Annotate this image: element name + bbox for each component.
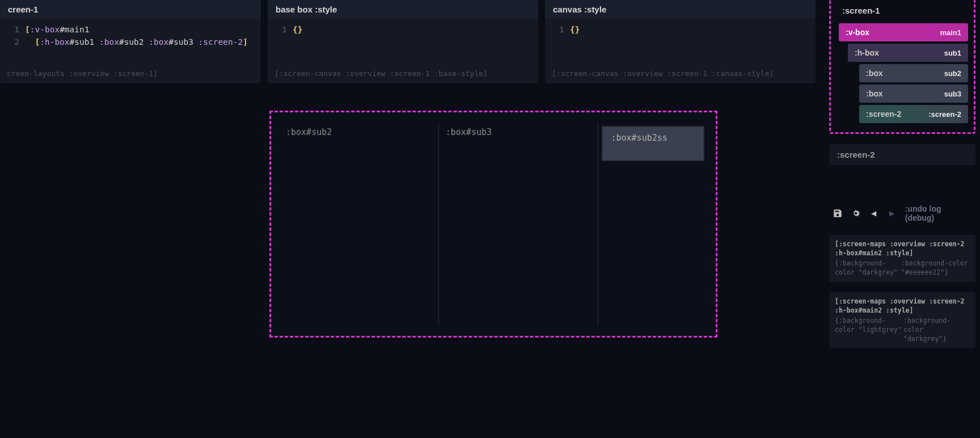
log-entry[interactable]: [:screen-maps :overview :screen-2 :h-box… bbox=[829, 292, 975, 348]
tree-screen-1-active[interactable]: :screen-1 :v-box main1 :h-box sub1 :box … bbox=[829, 0, 975, 134]
tree-item-id: :screen-2 bbox=[928, 110, 961, 119]
tree-item-id: main1 bbox=[940, 28, 961, 37]
canvas-selected-box[interactable]: :box#sub2ss bbox=[602, 126, 704, 161]
tree-item-id: sub2 bbox=[944, 69, 961, 78]
log-entry[interactable]: [:screen-maps :overview :screen-2 :h-box… bbox=[829, 235, 975, 281]
code-editor[interactable]: 1 {} bbox=[268, 19, 538, 66]
log-path: [:screen-maps :overview :screen-2 :h-box… bbox=[835, 239, 970, 258]
tree-item-type: :box bbox=[866, 89, 883, 98]
panel-header: canvas :style bbox=[545, 0, 816, 19]
code-editor[interactable]: 1 {} bbox=[545, 19, 816, 66]
log-left: {:background-color "darkgrey" bbox=[835, 259, 901, 277]
log-right: :background-color "darkgrey"} bbox=[903, 316, 970, 343]
breadcrumb: creen-layouts :overview :screen-1] bbox=[0, 66, 261, 83]
log-right: :background-color "#eeeeee22"} bbox=[901, 259, 970, 277]
chevron-left-icon[interactable]: ◀ bbox=[869, 208, 879, 218]
tree-item-box-sub2[interactable]: :box sub2 bbox=[859, 64, 968, 82]
tree-screen-2-label: :screen-2 bbox=[829, 144, 975, 165]
editor-panel-canvas-style[interactable]: canvas :style 1 {} [:screen-canvas :over… bbox=[545, 0, 816, 83]
editor-panel-base-box-style[interactable]: base box :style 1 {} [:screen-canvas :ov… bbox=[268, 0, 538, 83]
gear-icon[interactable] bbox=[851, 208, 861, 218]
canvas-box-sub3[interactable]: :box#sub3 bbox=[439, 123, 599, 326]
line-number: 1 bbox=[7, 23, 19, 36]
tree-item-id: sub3 bbox=[944, 90, 961, 98]
panel-header: creen-1 bbox=[0, 0, 261, 19]
line-number: 2 bbox=[7, 36, 19, 48]
breadcrumb: [:screen-canvas :overview :screen-1 :bas… bbox=[268, 66, 538, 83]
log-left: {:background-color "lightgrey" bbox=[835, 316, 903, 343]
screen-frame[interactable]: :box#sub2 :box#sub3 :box#sub2ss bbox=[269, 111, 717, 338]
code-editor[interactable]: 1 [:v-box#main1 2 [:h-box#sub1 :box#sub2… bbox=[0, 19, 261, 66]
tree-item-id: sub1 bbox=[944, 49, 961, 57]
tree-screen-1-label: :screen-1 bbox=[834, 0, 970, 21]
panel-header: base box :style bbox=[268, 0, 538, 19]
log-path: [:screen-maps :overview :screen-2 :h-box… bbox=[835, 297, 970, 315]
tree-item-box-sub3[interactable]: :box sub3 bbox=[859, 85, 968, 103]
tree-item-hbox-sub1[interactable]: :h-box sub1 bbox=[848, 44, 968, 62]
breadcrumb: [:screen-canvas :overview :screen-1 :can… bbox=[545, 66, 816, 83]
line-number: 1 bbox=[552, 23, 564, 36]
undo-log-label: :undo log (debug) bbox=[905, 204, 972, 222]
line-number: 1 bbox=[274, 23, 287, 36]
tree-item-type: :v-box bbox=[846, 28, 869, 37]
tree-screen-2[interactable]: :screen-2 bbox=[829, 144, 975, 165]
tree-item-type: :box bbox=[866, 69, 883, 78]
tree-item-vbox-main1[interactable]: :v-box main1 bbox=[839, 23, 968, 41]
tree-item-type: :h-box bbox=[855, 48, 879, 57]
toolbar: ◀ ▶ :undo log (debug) bbox=[827, 200, 978, 227]
tree-item-type: :screen-2 bbox=[866, 110, 901, 119]
save-icon[interactable] bbox=[833, 208, 843, 218]
editor-panel-screen-1[interactable]: creen-1 1 [:v-box#main1 2 [:h-box#sub1 :… bbox=[0, 0, 261, 83]
canvas-box-selected-wrap[interactable]: :box#sub2ss bbox=[598, 123, 708, 326]
tree-item-screen-2-ref[interactable]: :screen-2 :screen-2 bbox=[859, 105, 968, 123]
canvas-box-sub2[interactable]: :box#sub2 bbox=[279, 123, 439, 326]
chevron-right-icon[interactable]: ▶ bbox=[887, 208, 897, 218]
